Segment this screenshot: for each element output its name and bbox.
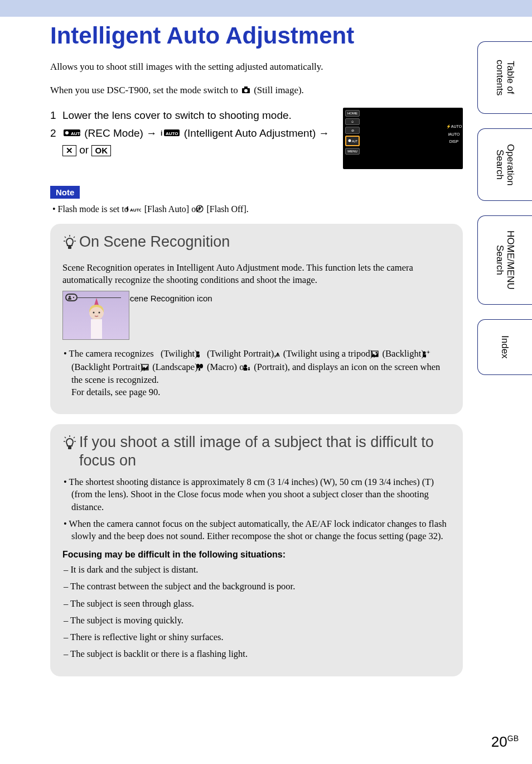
cp-disp: DISP: [449, 140, 458, 143]
step2-num: 2: [50, 126, 62, 158]
tip1-twilight-tripod: (Twilight using a tripod),: [283, 348, 378, 359]
svg-point-26: [93, 312, 95, 314]
focus-heading: Focusing may be difficult in the followi…: [62, 549, 451, 561]
svg-point-23: [73, 297, 74, 298]
flash-auto-icon: AUTO: [132, 204, 141, 216]
tip2-d3: – The subject is seen through glass.: [62, 598, 451, 610]
tip2-b1: • The shortest shooting distance is appr…: [62, 476, 451, 513]
step2-pre: (REC Mode) →: [84, 127, 159, 139]
page-title: Intelligent Auto Adjustment: [50, 22, 463, 49]
svg-rect-52: [248, 368, 250, 370]
svg-text:AUTO: AUTO: [166, 131, 178, 136]
svg-rect-28: [91, 319, 102, 339]
tip1-body: Scene Recognition operates in Intelligen…: [62, 262, 451, 399]
bulb-icon: [62, 435, 77, 455]
camera-right-strip: ⚡AUTO iAUTO DISP: [447, 124, 461, 167]
tip2-d4: – The subject is moving quickly.: [62, 614, 451, 627]
svg-rect-20: [68, 246, 71, 249]
svg-point-37: [423, 352, 425, 354]
tab-index[interactable]: Index: [477, 319, 532, 375]
page-num-value: 20: [491, 733, 507, 750]
tip1-title: On Scene Recognition: [79, 233, 230, 251]
cp-home: HOME: [345, 110, 360, 117]
svg-point-39: [428, 352, 429, 353]
tip1-bullet: • The camera recognizes (Twilight), (Twi…: [62, 348, 451, 398]
intelligent-auto-icon: iAUTO: [161, 126, 180, 142]
scene-icon-box: [65, 294, 78, 301]
intro-p2: When you use DSC-T900, set the mode swit…: [50, 84, 463, 98]
tip1-details: For details, see page 90.: [71, 387, 160, 397]
svg-rect-48: [199, 368, 200, 371]
svg-rect-1: [244, 87, 248, 89]
flash-off-icon: [202, 204, 204, 216]
cp-menu: MENU: [345, 148, 360, 155]
tab-index-label: Index: [500, 335, 511, 359]
svg-rect-22: [68, 298, 71, 300]
intro-p1: Allows you to shoot still images with th…: [50, 60, 463, 74]
camera-preview: HOME ☺ ⊘ AUTO MENU ⚡AUTO iAUTO DISP: [343, 108, 463, 169]
svg-point-29: [196, 352, 199, 354]
svg-line-17: [74, 237, 75, 238]
svg-rect-30: [196, 354, 200, 357]
tab-home-menu-search[interactable]: HOME/MENU Search: [477, 215, 532, 305]
rec-mode-icon: AUTO: [64, 126, 80, 142]
step-2: 2 AUTO (REC Mode) → iAUTO (Intelligent A…: [50, 126, 332, 158]
scene-image: [62, 291, 129, 340]
tab-op-label: Operation Search: [494, 136, 516, 194]
top-bar: [0, 0, 532, 17]
svg-point-27: [99, 312, 100, 314]
note-mid1: [Flash Auto] or: [144, 204, 201, 214]
note-label: Note: [50, 186, 80, 199]
tip2-d5: – There is reflective light or shiny sur…: [62, 631, 451, 643]
note-bullet: • Flash mode is set to AUTO [Flash Auto]…: [52, 203, 463, 217]
tip2-d6: – The subject is backlit or there is a f…: [62, 648, 451, 660]
tab-table-of-contents[interactable]: Table of contents: [477, 41, 532, 114]
svg-point-51: [248, 367, 249, 368]
tip1-twilight-portrait: (Twilight Portrait),: [207, 348, 279, 359]
svg-text:i: i: [161, 129, 162, 137]
svg-point-4: [65, 131, 69, 134]
svg-rect-38: [423, 354, 426, 357]
step-1: 1 Lower the lens cover to switch to shoo…: [50, 108, 332, 124]
cp-auto-selected: AUTO: [345, 136, 360, 146]
tip2-body: • The shortest shooting distance is appr…: [62, 476, 451, 661]
tip-scene-recognition: On Scene Recognition Scene Recognition o…: [50, 224, 463, 414]
tab-home-label: HOME/MENU Search: [494, 223, 516, 297]
svg-point-46: [196, 364, 200, 368]
step1-num: 1: [50, 108, 62, 124]
steps-row: 1 Lower the lens cover to switch to shoo…: [50, 108, 463, 169]
svg-point-21: [69, 296, 71, 298]
tip2-d1: – It is dark and the subject is distant.: [62, 564, 451, 576]
tip2-b2: • When the camera cannot focus on the su…: [62, 518, 451, 543]
tab-operation-search[interactable]: Operation Search: [477, 128, 532, 201]
steps-list: 1 Lower the lens cover to switch to shoo…: [50, 108, 332, 160]
tip1-p1: Scene Recognition operates in Intelligen…: [62, 262, 451, 287]
page-number: 20GB: [491, 733, 519, 751]
page-suffix: GB: [507, 734, 519, 743]
svg-point-2: [244, 89, 248, 92]
tip2-title-row: If you shoot a still image of a subject …: [62, 433, 451, 469]
tip1-landscape: (Landscape),: [152, 362, 202, 372]
svg-line-54: [65, 437, 66, 438]
svg-point-35: [376, 352, 378, 354]
svg-text:AUTO: AUTO: [352, 140, 357, 143]
scene-label: Scene Recognition icon: [124, 293, 212, 304]
svg-text:AUTO: AUTO: [71, 131, 80, 136]
note-pre: • Flash mode is set to: [52, 204, 131, 214]
svg-marker-45: [142, 366, 148, 369]
svg-marker-36: [371, 353, 378, 357]
note-block: Note • Flash mode is set to AUTO [Flash …: [50, 186, 463, 217]
tab-toc-label: Table of contents: [494, 49, 516, 107]
svg-rect-58: [68, 446, 71, 449]
bulb-icon: [62, 235, 77, 254]
svg-line-16: [65, 237, 66, 238]
intro-block: Allows you to shoot still images with th…: [50, 60, 463, 98]
intro-p2-post: (Still image).: [254, 85, 304, 95]
svg-point-47: [200, 364, 203, 368]
cp-iauto: iAUTO: [448, 132, 460, 136]
camera-left-strip: HOME ☺ ⊘ AUTO MENU: [345, 110, 360, 167]
portrait-small-icon: [67, 295, 75, 300]
ok-button: OK: [91, 145, 111, 156]
tip1-backlight-portrait: (Backlight Portrait),: [71, 362, 148, 372]
step2-or: or: [79, 144, 91, 156]
